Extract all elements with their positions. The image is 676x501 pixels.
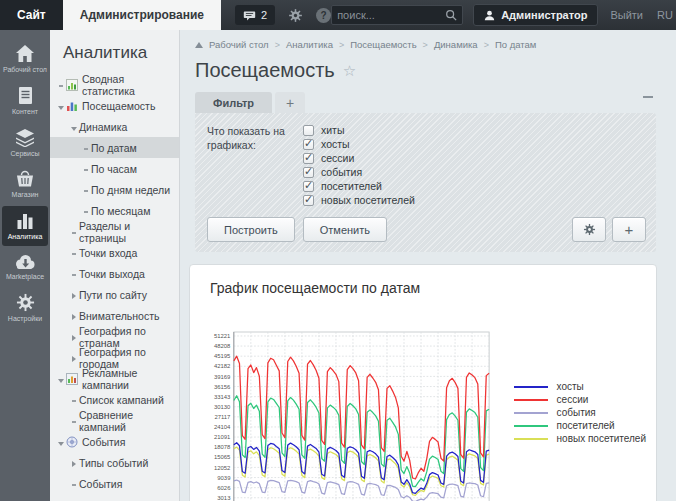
- chart-legend: хостысессиисобытияпосетителейновых посет…: [514, 380, 646, 445]
- collapsed-arrow-icon: [72, 314, 76, 320]
- menu-item[interactable]: По месяцам: [50, 200, 179, 221]
- legend-row: сессии: [514, 393, 646, 406]
- filter-panel: Что показать на графиках: хитыхостысесси…: [195, 113, 656, 252]
- legend-line-swatch: [514, 412, 548, 414]
- logout-link[interactable]: Выйти: [610, 9, 643, 21]
- menu-item[interactable]: Сравнение кампаний: [50, 410, 179, 431]
- bullet-icon: [72, 232, 76, 234]
- menu-item[interactable]: География по странам: [50, 326, 179, 347]
- menu-item-label: Точки выхода: [79, 268, 145, 280]
- menu-item[interactable]: Динамика: [50, 116, 179, 137]
- checkbox-checked[interactable]: [303, 139, 314, 150]
- add-chart-button[interactable]: +: [612, 217, 646, 242]
- sidebar-item-layers[interactable]: Сервисы: [2, 123, 48, 163]
- svg-text:36156: 36156: [214, 384, 231, 390]
- sidebar-item-cloud[interactable]: Marketplace: [2, 248, 48, 286]
- legend-line-swatch: [514, 399, 548, 401]
- menu-item[interactable]: Точки выхода: [50, 263, 179, 284]
- gear-icon: [16, 293, 35, 312]
- menu-item[interactable]: События: [50, 473, 179, 494]
- menu-item-label: По дням недели: [91, 184, 170, 196]
- sidebar-item-document[interactable]: Контент: [2, 81, 48, 121]
- filter-section: Фильтр + Что показать на графиках: хитых…: [195, 92, 656, 252]
- menu-item-label: Рекламные кампании: [82, 367, 179, 391]
- menu-item[interactable]: География по городам: [50, 347, 179, 368]
- legend-line-swatch: [514, 425, 548, 427]
- search-icon: [445, 9, 457, 21]
- svg-text:51221: 51221: [214, 333, 230, 339]
- checkbox-checked[interactable]: [303, 167, 314, 178]
- breadcrumb-home-icon[interactable]: [195, 42, 203, 48]
- svg-text:3013: 3013: [217, 495, 231, 501]
- cart-icon: [15, 169, 35, 188]
- cancel-button[interactable]: Отменить: [303, 217, 387, 242]
- menu-item[interactable]: Пути по сайту: [50, 284, 179, 305]
- checkbox-checked[interactable]: [303, 153, 314, 164]
- menu-item[interactable]: События: [50, 431, 179, 452]
- bullet-icon: [84, 169, 88, 171]
- menu-item[interactable]: По часам: [50, 158, 179, 179]
- language-selector[interactable]: RU: [657, 9, 676, 21]
- document-icon: [17, 86, 34, 105]
- layers-icon: [15, 128, 35, 147]
- checkbox-label: хосты: [321, 138, 350, 150]
- chart-panel: График посещаемости по датам 03013602690…: [189, 264, 657, 501]
- settings-gear-icon[interactable]: [288, 8, 303, 23]
- breadcrumb-item[interactable]: Посещаемость: [350, 39, 416, 50]
- menu-item[interactable]: Точки входа: [50, 242, 179, 263]
- sidebar-item-gear[interactable]: Настройки: [2, 288, 48, 328]
- menu-item[interactable]: Список кампаний: [50, 389, 179, 410]
- menu-item[interactable]: Типы событий: [50, 452, 179, 473]
- add-filter-tab[interactable]: +: [275, 92, 305, 113]
- checkbox-checked[interactable]: [303, 181, 314, 192]
- expanded-arrow-icon: [58, 379, 64, 383]
- favorite-star-icon[interactable]: ☆: [343, 62, 356, 80]
- checkbox-checked[interactable]: [303, 195, 314, 206]
- menu-item-label: Список кампаний: [79, 394, 164, 406]
- menu-item[interactable]: По датам: [50, 137, 179, 158]
- sidebar-item-bar-chart[interactable]: Аналитика: [2, 206, 48, 246]
- help-icon[interactable]: ?: [316, 8, 331, 23]
- menu-item[interactable]: Разделы и страницы: [50, 221, 179, 242]
- expanded-arrow-icon: [58, 442, 64, 446]
- svg-text:45195: 45195: [214, 353, 231, 359]
- icon-sidebar: Рабочий столКонтентСервисыМагазинАналити…: [0, 30, 50, 501]
- search-input[interactable]: [337, 9, 445, 21]
- legend-row: посетителей: [514, 419, 646, 432]
- bullet-icon: [72, 484, 76, 486]
- breadcrumb-item[interactable]: Аналитика: [286, 39, 333, 50]
- admin-tab[interactable]: Администрирование: [63, 0, 221, 30]
- bullet-icon: [59, 85, 63, 87]
- breadcrumb-item[interactable]: Рабочий стол: [209, 39, 269, 50]
- notifications-count: 2: [261, 9, 267, 21]
- svg-text:9039: 9039: [217, 475, 230, 481]
- checkbox-label: новых посетителей: [321, 194, 415, 206]
- bullet-icon: [72, 274, 76, 276]
- sidebar-item-home[interactable]: Рабочий стол: [2, 39, 48, 79]
- menu-item[interactable]: Посещаемость: [50, 95, 179, 116]
- checkbox-unchecked[interactable]: [303, 125, 314, 136]
- collapsed-arrow-icon: [72, 461, 76, 467]
- user-button[interactable]: Администратор: [473, 4, 598, 26]
- notifications-button[interactable]: 2: [235, 5, 275, 25]
- visits-chart: 0301360269039120521506518078210912410427…: [200, 308, 498, 501]
- speech-bubble-icon: [243, 9, 256, 22]
- sidebar-item-cart[interactable]: Магазин: [2, 164, 48, 204]
- site-tab[interactable]: Сайт: [0, 0, 63, 30]
- menu-item[interactable]: Внимательность: [50, 305, 179, 326]
- minimize-filter-icon[interactable]: [643, 96, 653, 100]
- menu-item[interactable]: Рекламные кампании: [50, 368, 179, 389]
- checkbox-row: хиты: [303, 123, 415, 137]
- menu-item[interactable]: Сводная статистика: [50, 74, 179, 95]
- filter-tab[interactable]: Фильтр: [195, 92, 272, 113]
- bullet-icon: [84, 190, 88, 192]
- breadcrumb-item[interactable]: Динамика: [434, 39, 478, 50]
- breadcrumb-separator: >: [484, 40, 489, 50]
- breadcrumb-item[interactable]: По датам: [495, 39, 536, 50]
- menu-item-label: По месяцам: [91, 205, 150, 217]
- menu-item[interactable]: По дням недели: [50, 179, 179, 200]
- build-button[interactable]: Построить: [207, 217, 295, 242]
- gear-icon: [583, 223, 596, 236]
- filter-settings-button[interactable]: [572, 217, 606, 242]
- topbar: Сайт Администрирование 2 ? Администратор…: [0, 0, 676, 30]
